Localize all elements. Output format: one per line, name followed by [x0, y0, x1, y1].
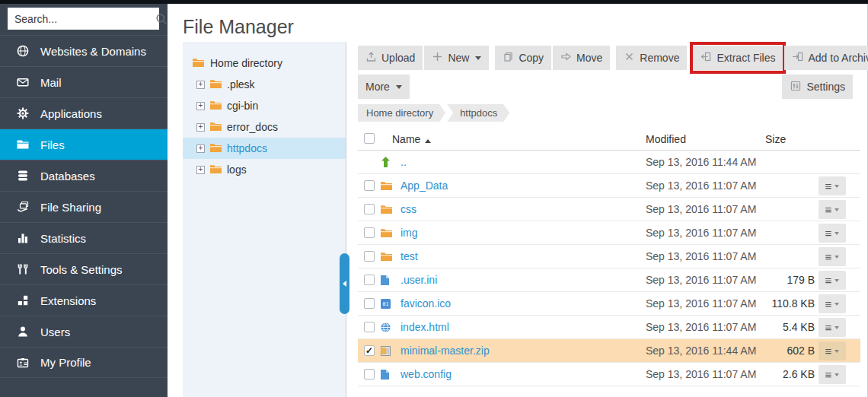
tree-item-error-docs[interactable]: + error_docs — [183, 116, 346, 138]
binary-file-icon: 01 — [381, 299, 391, 309]
file-link[interactable]: minimal-master.zip — [400, 345, 490, 357]
column-header-size[interactable]: Size — [765, 133, 786, 145]
row-menu-button[interactable]: ≡ — [819, 200, 846, 219]
row-checkbox[interactable] — [364, 180, 375, 191]
id-card-icon — [15, 356, 30, 370]
extract-icon — [700, 51, 712, 65]
table-row[interactable]: .user.ini Sep 13, 2016 11:07 AM 179 B ≡ — [358, 268, 860, 292]
table-row[interactable]: .. Sep 13, 2016 11:44 AM — [358, 151, 860, 174]
sidebar-item-label: Applications — [40, 107, 102, 120]
menu-icon: ≡ — [825, 345, 832, 357]
row-menu-button[interactable]: ≡ — [819, 176, 846, 195]
file-link[interactable]: img — [400, 227, 418, 239]
sidebar-item-statistics[interactable]: Statistics — [0, 222, 168, 253]
column-header-modified[interactable]: Modified — [646, 133, 686, 145]
file-link[interactable]: App_Data — [400, 179, 448, 192]
database-icon — [15, 169, 30, 183]
expand-toggle-icon[interactable]: + — [196, 145, 205, 153]
menu-icon: ≡ — [825, 298, 832, 310]
table-row[interactable]: test Sep 13, 2016 11:07 AM ≡ — [358, 245, 860, 268]
chevron-down-icon — [834, 373, 839, 376]
sidebar-item-websites-domains[interactable]: Websites & Domains — [0, 35, 168, 66]
sidebar-item-extensions[interactable]: Extensions — [0, 284, 168, 316]
row-checkbox[interactable] — [364, 251, 375, 262]
row-menu-button[interactable]: ≡ — [819, 341, 846, 360]
sidebar-item-users[interactable]: Users — [0, 316, 168, 347]
expand-toggle-icon[interactable]: + — [196, 81, 205, 89]
select-all-checkbox[interactable] — [364, 133, 375, 144]
sidebar-item-label: Files — [40, 138, 65, 151]
new-button[interactable]: New — [424, 46, 489, 70]
add-to-archive-button[interactable]: Add to Archive — [784, 46, 868, 70]
row-checkbox[interactable] — [364, 322, 375, 332]
row-checkbox-checked[interactable] — [364, 345, 375, 356]
expand-toggle-icon[interactable]: + — [196, 166, 205, 174]
table-row[interactable]: web.config Sep 13, 2016 11:07 AM 2.6 KB … — [358, 363, 860, 386]
breadcrumb-item-httpdocs[interactable]: httpdocs — [447, 104, 509, 122]
tree-item-httpdocs[interactable]: + httpdocs — [183, 138, 346, 159]
table-row[interactable]: img Sep 13, 2016 11:07 AM ≡ — [358, 221, 860, 245]
sidebar-item-label: Users — [40, 326, 70, 338]
sidebar-item-mail[interactable]: Mail — [0, 66, 168, 97]
row-menu-button[interactable]: ≡ — [819, 318, 846, 337]
file-link[interactable]: web.config — [400, 368, 452, 380]
breadcrumb-item-home-directory[interactable]: Home directory — [358, 104, 445, 122]
sidebar-item-databases[interactable]: Databases — [0, 160, 168, 191]
copy-button[interactable]: Copy — [495, 46, 551, 70]
file-link[interactable]: favicon.ico — [400, 297, 451, 310]
table-row[interactable]: index.html Sep 13, 2016 11:07 AM 5.4 KB … — [358, 316, 860, 339]
row-checkbox[interactable] — [364, 298, 375, 309]
search-icon[interactable] — [155, 13, 168, 25]
row-checkbox[interactable] — [364, 275, 375, 285]
row-checkbox[interactable] — [364, 204, 375, 214]
remove-x-icon — [624, 51, 635, 65]
row-menu-button[interactable]: ≡ — [819, 224, 846, 243]
table-row[interactable]: 01 favicon.ico Sep 13, 2016 11:07 AM 110… — [358, 292, 860, 316]
file-link[interactable]: css — [400, 203, 416, 215]
file-link[interactable]: .. — [400, 156, 407, 168]
column-header-name[interactable]: Name — [392, 133, 431, 145]
tree-item-home-directory[interactable]: Home directory — [183, 52, 346, 74]
tree-collapse-handle[interactable] — [340, 253, 349, 314]
copy-icon — [503, 51, 514, 65]
sidebar-item-applications[interactable]: Applications — [0, 97, 168, 129]
settings-button[interactable]: Settings — [782, 75, 853, 99]
sidebar-item-file-sharing[interactable]: File Sharing — [0, 191, 168, 222]
tree-item-cgi-bin[interactable]: + cgi-bin — [183, 95, 346, 116]
more-button[interactable]: More — [358, 75, 410, 99]
wrenches-icon — [15, 262, 30, 276]
search-input[interactable] — [8, 8, 155, 30]
row-menu-button[interactable]: ≡ — [819, 247, 846, 266]
table-row[interactable]: App_Data Sep 13, 2016 11:07 AM ≡ — [358, 174, 860, 198]
row-checkbox[interactable] — [364, 227, 375, 238]
file-link[interactable]: test — [400, 250, 418, 262]
search-box[interactable] — [8, 8, 159, 30]
row-checkbox[interactable] — [364, 369, 375, 380]
file-link[interactable]: .user.ini — [400, 274, 437, 286]
tree-item-logs[interactable]: + logs — [183, 159, 346, 180]
row-menu-button[interactable]: ≡ — [819, 365, 846, 384]
menu-icon: ≡ — [825, 180, 832, 192]
remove-button[interactable]: Remove — [616, 46, 687, 70]
menu-icon: ≡ — [825, 251, 832, 262]
sidebar-item-tools-settings[interactable]: Tools & Settings — [0, 253, 168, 284]
globe-icon — [15, 44, 30, 58]
expand-toggle-icon[interactable]: + — [196, 102, 205, 110]
table-row[interactable]: css Sep 13, 2016 11:07 AM ≡ — [358, 198, 860, 221]
row-menu-button[interactable]: ≡ — [819, 294, 846, 313]
sidebar-item-label: Tools & Settings — [40, 263, 123, 276]
folder-icon — [193, 57, 204, 69]
tree-item-label: logs — [227, 164, 247, 176]
file-link[interactable]: index.html — [400, 321, 449, 333]
move-button[interactable]: Move — [553, 46, 610, 70]
row-menu-button[interactable]: ≡ — [819, 271, 846, 290]
sidebar-item-my-profile[interactable]: My Profile — [0, 347, 168, 378]
tree-item-plesk[interactable]: + .plesk — [183, 74, 346, 95]
menu-icon: ≡ — [825, 322, 832, 333]
chevron-down-icon — [834, 232, 839, 235]
extract-files-button[interactable]: Extract Files — [693, 46, 783, 70]
table-row-selected[interactable]: minimal-master.zip Sep 13, 2016 11:44 AM… — [358, 339, 860, 363]
sidebar-item-files[interactable]: Files — [0, 129, 168, 160]
upload-button[interactable]: Upload — [358, 46, 423, 70]
expand-toggle-icon[interactable]: + — [196, 123, 205, 132]
